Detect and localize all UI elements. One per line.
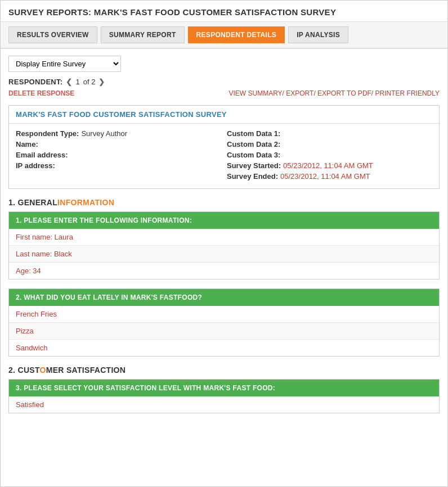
question-block-q2: 2. WHAT DID YOU EAT LATELY IN MARK'S FAS…	[8, 288, 440, 357]
display-survey-row: Display Entire SurveyDisplay Summary	[8, 56, 440, 72]
question-block-q1: 1. PLEASE ENTER THE FOLLOWING INFORMATIO…	[8, 211, 440, 279]
answer-row: First name: Laura	[9, 229, 439, 246]
info-row-survey-ended: Survey Ended: 05/23/2012, 11:04 AM GMT	[227, 172, 432, 181]
next-respondent-button[interactable]: ❯	[98, 78, 105, 86]
question-header-q1: 1. PLEASE ENTER THE FOLLOWING INFORMATIO…	[9, 212, 439, 229]
section-customer-satisfaction-heading: 2. CUSTOMER SATISFACTION	[8, 366, 440, 375]
prev-respondent-button[interactable]: ❮	[66, 78, 72, 86]
display-survey-select[interactable]: Display Entire SurveyDisplay Summary	[8, 56, 121, 72]
tab-summary-report[interactable]: SUMMARY REPORT	[101, 26, 185, 43]
survey-info-grid: Respondent Type: Survey Author Name: Ema…	[9, 124, 439, 188]
respondent-label: RESPONDENT:	[8, 78, 62, 86]
survey-started-label: Survey Started:	[227, 161, 281, 170]
content-area: Display Entire SurveyDisplay Summary RES…	[1, 49, 447, 429]
info-row-email: Email address:	[16, 151, 221, 159]
respondent-type-value: Survey Author	[81, 129, 127, 138]
question-block-q3: 3. PLEASE SELECT YOUR SATISFACTION LEVEL…	[8, 379, 440, 413]
custom1-label: Custom Data 1:	[227, 129, 280, 138]
view-summary-links[interactable]: VIEW SUMMARY/ EXPORT/ EXPORT TO PDF/ PRI…	[229, 89, 440, 97]
section-general-info-heading: 1. GENERALINFORMATION	[8, 198, 440, 207]
name-label: Name:	[16, 140, 38, 148]
answer-row: Satisfied	[9, 396, 439, 413]
tab-respondent-details[interactable]: RESPONDENT DETAILS	[188, 26, 285, 43]
answer-row: French Fries	[9, 306, 439, 323]
answer-row: Last name: Black	[9, 246, 439, 263]
tab-results-overview[interactable]: RESULTS OVERVIEW	[8, 26, 97, 43]
actions-row: DELETE RESPONSE VIEW SUMMARY/ EXPORT/ EX…	[8, 89, 440, 97]
info-row-custom3: Custom Data 3:	[227, 151, 432, 159]
info-row-ip: IP address:	[16, 161, 221, 170]
tab-ip-analysis[interactable]: IP ANALYSIS	[288, 26, 348, 43]
survey-started-value: 05/23/2012, 11:04 AM GMT	[283, 161, 373, 170]
survey-ended-label: Survey Ended:	[227, 172, 278, 181]
answer-row: Age: 34	[9, 263, 439, 279]
info-row-respondent-type: Respondent Type: Survey Author	[16, 129, 221, 138]
survey-ended-value: 05/23/2012, 11:04 AM GMT	[280, 172, 370, 181]
info-row-custom2: Custom Data 2:	[227, 140, 432, 148]
custom3-label: Custom Data 3:	[227, 151, 280, 159]
question-header-q2: 2. WHAT DID YOU EAT LATELY IN MARK'S FAS…	[9, 289, 439, 306]
respondent-current: 1	[75, 78, 79, 86]
respondent-type-label: Respondent Type:	[16, 129, 79, 138]
info-row-survey-started: Survey Started: 05/23/2012, 11:04 AM GMT	[227, 161, 432, 170]
page-title: SURVEY REPORTS: MARK'S FAST FOOD CUSTOME…	[8, 7, 440, 17]
tabs-bar: RESULTS OVERVIEW SUMMARY REPORT RESPONDE…	[1, 22, 447, 49]
email-label: Email address:	[16, 151, 68, 159]
info-row-custom1: Custom Data 1:	[227, 129, 432, 138]
ip-label: IP address:	[16, 161, 55, 170]
survey-info-right: Custom Data 1: Custom Data 2: Custom Dat…	[227, 129, 432, 183]
delete-response-link[interactable]: DELETE RESPONSE	[8, 89, 74, 97]
custom2-label: Custom Data 2:	[227, 140, 280, 148]
survey-info-box: MARK'S FAST FOOD CUSTOMER SATISFACTION S…	[8, 105, 440, 189]
answer-row: Sandwich	[9, 340, 439, 356]
survey-info-left: Respondent Type: Survey Author Name: Ema…	[16, 129, 221, 183]
info-row-name: Name:	[16, 140, 221, 148]
survey-info-title: MARK'S FAST FOOD CUSTOMER SATISFACTION S…	[9, 106, 439, 124]
respondent-of-total: of 2	[83, 78, 96, 86]
respondent-nav: RESPONDENT: ❮ 1 of 2 ❯	[8, 78, 440, 86]
question-header-q3: 3. PLEASE SELECT YOUR SATISFACTION LEVEL…	[9, 380, 439, 396]
answer-row: Pizza	[9, 323, 439, 340]
